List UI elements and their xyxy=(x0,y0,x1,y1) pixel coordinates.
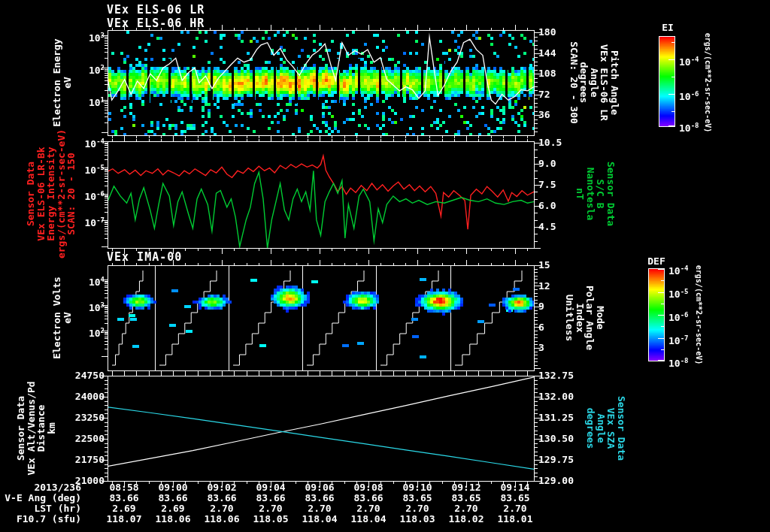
p4-left-axis-title: Sensor DataVEx Alt/Venus/PdDistancekm xyxy=(16,381,56,475)
table-value: 118.05 xyxy=(253,514,289,524)
axis-title-line: VEx Alt/Venus/Pd xyxy=(26,381,37,475)
table-value: 118.07 xyxy=(107,514,142,524)
table-value: 118.06 xyxy=(156,514,191,524)
panel1-title-line1: VEx ELS-06 LR xyxy=(107,4,205,17)
p4-left-tick-label: 21000 xyxy=(75,476,105,486)
p4-left-tick-label: 22500 xyxy=(75,434,105,444)
colorbar2-title: DEF xyxy=(647,256,665,267)
table-row-label: F10.7 (sfu) xyxy=(17,514,81,524)
time-label: 09:10 xyxy=(402,482,432,493)
table-value: 118.03 xyxy=(400,514,435,524)
axis-title-line: eV xyxy=(62,38,72,126)
table-value: 118.04 xyxy=(351,514,387,524)
p1-right-tick-label: 144 xyxy=(538,48,556,59)
p1-right-tick-label: 180 xyxy=(538,27,556,38)
axis-title-line: Sensor Data xyxy=(606,162,617,226)
p2-right-tick-label: 9.0 xyxy=(538,159,556,169)
p4-left-tick-label: 21750 xyxy=(75,455,105,465)
axis-title-line: Index xyxy=(575,286,586,350)
table-value: 83.66 xyxy=(207,493,236,503)
p3-right-tick-label: 15 xyxy=(538,260,550,271)
p3-left-tick-label: 102 xyxy=(89,325,105,339)
axis-title-line: Sensor Data xyxy=(16,381,26,475)
axis-title-line: ergs/(cm**2-sr-sec-eV) xyxy=(56,129,67,258)
p2-left-tick-label: 10-6 xyxy=(85,189,105,202)
p1-left-tick-label: 101 xyxy=(89,95,105,108)
colorbar2-tick-label: 10-4 xyxy=(668,263,689,277)
time-label: 09:14 xyxy=(500,482,529,493)
p2-left-tick-label: 10-7 xyxy=(85,215,105,228)
colorbar1-tick-label: 10-6 xyxy=(679,89,699,102)
time-label: 09:12 xyxy=(451,482,480,493)
axis-title-line: degrees xyxy=(586,396,596,461)
table-value: 2.70 xyxy=(356,503,380,514)
p2-right-axis-title: Sensor DataS/C BNanoteslanT xyxy=(575,162,616,226)
axis-title-line: SCAN: 20 - 150 xyxy=(66,129,77,258)
axis-title-line: Energy Intensity xyxy=(46,129,56,258)
axis-title-line: km xyxy=(47,381,57,475)
table-value: 2.70 xyxy=(210,503,233,514)
table-value: 83.66 xyxy=(109,493,138,503)
axis-title-line: Electron Energy xyxy=(52,38,62,126)
time-label: 08:58 xyxy=(109,482,138,493)
axis-title-line: Sensor Data xyxy=(26,129,36,258)
p1-right-axis-title: Pitch AngleVEx ELS-06 LRAngledegreesSCAN… xyxy=(568,41,620,124)
axis-title-line: SCAN: 20 - 300 xyxy=(568,41,579,124)
table-value: 83.66 xyxy=(158,493,187,503)
table-value: 83.65 xyxy=(402,493,432,503)
axis-title-line: VEx ELS-06 LR-Bk xyxy=(36,129,47,258)
table-value: 2.69 xyxy=(112,503,135,514)
time-label: 09:06 xyxy=(305,482,334,493)
table-value: 83.66 xyxy=(256,493,285,503)
time-label: 09:04 xyxy=(256,482,285,493)
table-value: 2.70 xyxy=(405,503,429,514)
p1-right-tick-label: 72 xyxy=(538,89,550,100)
colorbar1-title: EI xyxy=(662,23,674,33)
p1-left-tick-label: 102 xyxy=(89,62,105,76)
colorbar2-tick-label: 10-6 xyxy=(668,310,689,323)
p2-left-axis-title: Sensor DataVEx ELS-06 LR-BkEnergy Intens… xyxy=(26,129,77,258)
p2-right-tick-label: 10.5 xyxy=(538,138,562,148)
p3-right-tick-label: 9 xyxy=(538,301,544,312)
axis-title-line: Electron Volts xyxy=(52,277,62,359)
table-value: 2.69 xyxy=(161,503,184,514)
table-value: 83.66 xyxy=(305,493,334,503)
p2-left-tick-label: 10-4 xyxy=(85,136,105,150)
axis-title-line: nT xyxy=(575,162,586,226)
axis-title-line: Angle xyxy=(589,41,599,124)
axis-title-line: VEx SZA xyxy=(606,396,617,461)
table-value: 83.65 xyxy=(451,493,480,503)
axis-title-line: Distance xyxy=(36,381,47,475)
table-value: 2.70 xyxy=(454,503,477,514)
p2-right-tick-label: 6.0 xyxy=(538,201,556,211)
table-value: 83.66 xyxy=(353,493,383,503)
table-value: 118.02 xyxy=(449,514,484,524)
axis-title-line: Polar Angle xyxy=(585,286,596,350)
p3-left-tick-label: 104 xyxy=(89,274,105,288)
p4-left-tick-label: 23250 xyxy=(75,413,105,423)
table-value: 83.65 xyxy=(500,493,529,503)
p1-left-axis-title: Electron EnergyeV xyxy=(52,38,72,126)
time-label: 09:08 xyxy=(353,482,383,493)
panel1-title-line2: VEx ELS-06 HR xyxy=(107,17,205,30)
table-row-label: V-E Ang (deg) xyxy=(5,493,81,503)
p4-left-tick-label: 24750 xyxy=(75,370,105,381)
p3-left-tick-label: 103 xyxy=(89,300,105,313)
table-value: 118.01 xyxy=(498,514,533,524)
date-label: 2013/236 xyxy=(34,482,81,493)
time-label: 09:00 xyxy=(158,482,187,493)
p4-left-tick-label: 24000 xyxy=(75,391,105,402)
axis-title-line: Nanotesla xyxy=(586,162,596,226)
p4-right-tick-label: 129.75 xyxy=(538,455,574,465)
p1-left-tick-label: 103 xyxy=(89,30,105,44)
panel3-title: VEx IMA-00 xyxy=(107,251,182,264)
axis-title-line: eV xyxy=(62,277,72,359)
p4-right-tick-label: 130.50 xyxy=(538,434,574,444)
p2-left-tick-label: 10-5 xyxy=(85,162,105,176)
colorbar1-units: ergs/(cm**2-sr-sec-eV) xyxy=(702,33,713,132)
p2-right-tick-label: 7.5 xyxy=(538,180,556,190)
colorbar2-tick-label: 10-5 xyxy=(668,286,689,300)
p4-right-tick-label: 132.75 xyxy=(538,370,574,381)
axis-title-line: degrees xyxy=(579,41,590,124)
p4-right-tick-label: 129.00 xyxy=(538,476,574,486)
